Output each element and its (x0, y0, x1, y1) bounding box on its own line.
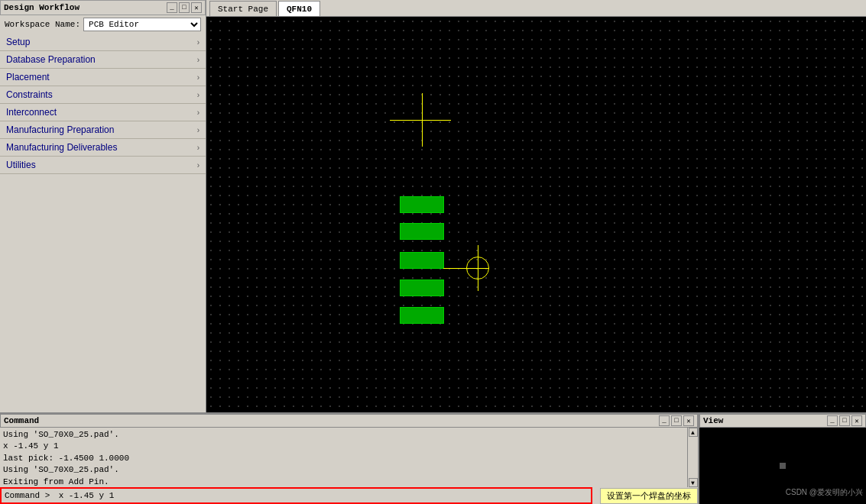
command-annotation: 设置第一个焊盘的坐标 (600, 488, 698, 504)
chevron-right-icon: › (197, 161, 199, 170)
workflow-title: Design Workflow (4, 3, 79, 12)
workflow-item-label: Manufacturing Preparation (6, 124, 114, 135)
output-line-5: Exiting from Add Pin. (3, 477, 684, 487)
command-scrollbar[interactable]: ▲ ▼ (687, 428, 698, 487)
tab-start-page[interactable]: Start Page (209, 1, 277, 16)
pad-3 (400, 252, 444, 269)
pcb-canvas[interactable] (206, 17, 866, 412)
crosshair-horizontal-top (390, 120, 451, 121)
view-title-bar: View _ □ ✕ (699, 414, 866, 428)
workflow-item-manufacturing-deliverables[interactable]: Manufacturing Deliverables › (0, 139, 206, 157)
workflow-item-label: Interconnect (6, 107, 57, 118)
watermark: CSDN @爱发明的小兴 (786, 487, 863, 498)
chevron-right-icon: › (197, 144, 199, 152)
workflow-item-label: Utilities (6, 160, 36, 170)
command-title-bar: Command _ □ ✕ (0, 414, 698, 428)
tab-label: QFN10 (287, 5, 312, 14)
workflow-item-utilities[interactable]: Utilities › (0, 157, 206, 174)
workflow-items-list: Setup › Database Preparation › Placement… (0, 34, 206, 174)
command-title-label: Command (4, 416, 39, 425)
command-output: Using 'SO_70X0_25.pad'. x -1.45 y 1 last… (0, 428, 687, 487)
view-pad-indicator (780, 463, 786, 469)
output-line-3: last pick: -1.4500 1.0000 (3, 453, 684, 464)
view-canvas: CSDN @爱发明的小兴 (699, 428, 866, 504)
workflow-item-placement[interactable]: Placement › (0, 69, 206, 86)
minimize-button[interactable]: _ (167, 2, 177, 13)
command-panel: Command _ □ ✕ Using 'SO_70X0_25.pad'. x … (0, 414, 698, 504)
pad-4 (400, 279, 444, 296)
chevron-right-icon: › (197, 126, 199, 134)
crosshair-h-cursor (443, 268, 489, 269)
command-prompt: Command > (5, 491, 50, 500)
workspace-label: Workspace Name: (5, 20, 80, 29)
tab-qfn10[interactable]: QFN10 (278, 1, 320, 16)
output-line-1: Using 'SO_70X0_25.pad'. (3, 429, 684, 441)
command-input[interactable] (59, 491, 588, 500)
workflow-title-controls: _ □ ✕ (167, 2, 202, 13)
chevron-right-icon: › (197, 38, 199, 47)
workflow-item-constraints[interactable]: Constraints › (0, 86, 206, 104)
command-close-button[interactable]: ✕ (683, 415, 694, 426)
restore-button[interactable]: □ (179, 2, 190, 13)
workflow-title-bar: Design Workflow _ □ ✕ (0, 0, 206, 15)
workflow-item-interconnect[interactable]: Interconnect › (0, 104, 206, 121)
tab-bar: Start Page QFN10 (206, 0, 866, 17)
workflow-item-label: Constraints (6, 89, 53, 100)
pad-1 (400, 196, 444, 213)
crosshair-v-cursor (478, 245, 478, 291)
workflow-item-manufacturing-preparation[interactable]: Manufacturing Preparation › (0, 121, 206, 139)
pad-2 (400, 223, 444, 240)
design-workflow-panel: Design Workflow _ □ ✕ Workspace Name: PC… (0, 0, 206, 412)
scrollbar-up-button[interactable]: ▲ (689, 428, 698, 437)
scrollbar-down-button[interactable]: ▼ (689, 478, 698, 487)
view-minimize-button[interactable]: _ (827, 415, 838, 426)
workspace-select[interactable]: PCB Editor (83, 18, 201, 31)
output-line-2: x -1.45 y 1 (3, 441, 684, 452)
view-panel: View _ □ ✕ CSDN @爱发明的小兴 (698, 414, 866, 504)
command-title-controls: _ □ ✕ (659, 415, 694, 426)
pad-5 (400, 307, 444, 324)
workflow-item-label: Placement (6, 72, 50, 82)
view-restore-button[interactable]: □ (839, 415, 850, 426)
workflow-item-setup[interactable]: Setup › (0, 34, 206, 51)
pcb-components (206, 17, 866, 412)
tab-label: Start Page (218, 5, 268, 14)
view-title-label: View (703, 416, 723, 425)
command-prompt-arrow (53, 490, 58, 501)
crosshair-vertical-top (422, 93, 423, 147)
workflow-item-label: Setup (6, 37, 30, 47)
chevron-right-icon: › (197, 108, 199, 117)
view-title-controls: _ □ ✕ (827, 415, 862, 426)
chevron-right-icon: › (197, 91, 199, 99)
command-input-row: Command > (0, 487, 592, 504)
command-minimize-button[interactable]: _ (659, 415, 670, 426)
close-button[interactable]: ✕ (191, 2, 202, 13)
output-line-4: Using 'SO_70X0_25.pad'. (3, 464, 684, 476)
workflow-item-database-preparation[interactable]: Database Preparation › (0, 51, 206, 69)
command-restore-button[interactable]: □ (671, 415, 682, 426)
workspace-row: Workspace Name: PCB Editor (0, 15, 206, 34)
workflow-panel-content (0, 174, 206, 412)
chevron-right-icon: › (197, 73, 199, 82)
chevron-right-icon: › (197, 56, 199, 64)
workflow-item-label: Manufacturing Deliverables (6, 142, 117, 153)
bottom-area: Command _ □ ✕ Using 'SO_70X0_25.pad'. x … (0, 412, 866, 504)
workflow-item-label: Database Preparation (6, 54, 96, 65)
pcb-editor-area: Start Page QFN10 (206, 0, 866, 412)
view-close-button[interactable]: ✕ (851, 415, 862, 426)
